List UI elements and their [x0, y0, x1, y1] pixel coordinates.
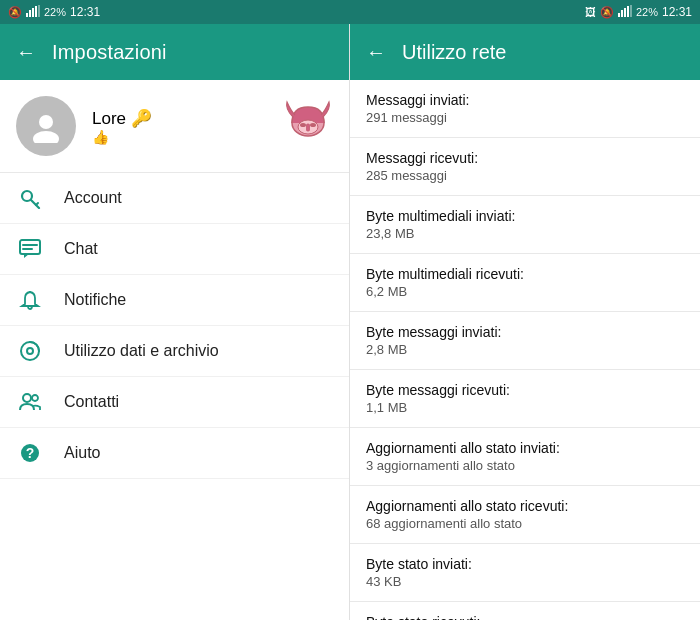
- svg-point-26: [32, 395, 38, 401]
- svg-rect-2: [32, 8, 34, 17]
- time-right: 12:31: [662, 5, 692, 19]
- notifiche-label: Notifiche: [64, 291, 126, 309]
- left-header: ← Impostazioni: [0, 24, 349, 80]
- battery-left: 22%: [44, 6, 66, 18]
- signal-icon-left: [26, 5, 40, 19]
- svg-rect-5: [618, 13, 620, 17]
- usage-value-8: 43 KB: [366, 574, 684, 589]
- status-bar-right: 🖼 🔕 22% 12:31: [350, 5, 700, 19]
- menu-item-chat[interactable]: Chat: [0, 224, 349, 275]
- menu-item-notifiche[interactable]: Notifiche: [0, 275, 349, 326]
- svg-point-11: [33, 131, 59, 143]
- settings-menu: Account Chat: [0, 173, 349, 620]
- usage-value-2: 23,8 MB: [366, 226, 684, 241]
- contatti-label: Contatti: [64, 393, 119, 411]
- aiuto-label: Aiuto: [64, 444, 100, 462]
- menu-item-account[interactable]: Account: [0, 173, 349, 224]
- avatar: [16, 96, 76, 156]
- svg-point-14: [300, 123, 306, 127]
- usage-label-3: Byte multimediali ricevuti:: [366, 266, 684, 282]
- usage-label-6: Aggiornamenti allo stato inviati:: [366, 440, 684, 456]
- status-bar: 🔕 22% 12:31 🖼 🔕 22% 12:31: [0, 0, 700, 24]
- svg-text:?: ?: [26, 445, 35, 461]
- usage-item-4: Byte messaggi inviati: 2,8 MB: [350, 312, 700, 370]
- usage-label-8: Byte stato inviati:: [366, 556, 684, 572]
- right-panel: ← Utilizzo rete Messaggi inviati: 291 me…: [350, 24, 700, 620]
- status-bar-left: 🔕 22% 12:31: [0, 5, 350, 19]
- usage-label-1: Messaggi ricevuti:: [366, 150, 684, 166]
- usage-item-5: Byte messaggi ricevuti: 1,1 MB: [350, 370, 700, 428]
- usage-list: Messaggi inviati: 291 messaggi Messaggi …: [350, 80, 700, 620]
- people-icon: [16, 391, 44, 413]
- usage-value-5: 1,1 MB: [366, 400, 684, 415]
- screenshot-icon: 🖼: [585, 6, 596, 18]
- chat-label: Chat: [64, 240, 98, 258]
- svg-point-25: [23, 394, 31, 402]
- usage-label-9: Byte stato ricevuti:: [366, 614, 684, 620]
- svg-rect-8: [627, 6, 629, 17]
- menu-item-aiuto[interactable]: ? Aiuto: [0, 428, 349, 479]
- svg-point-15: [310, 123, 316, 127]
- usage-item-1: Messaggi ricevuti: 285 messaggi: [350, 138, 700, 196]
- profile-info: Lore 🔑 👍: [92, 108, 152, 145]
- usage-label-0: Messaggi inviati:: [366, 92, 684, 108]
- left-panel: ← Impostazioni Lore 🔑 👍: [0, 24, 350, 620]
- usage-item-3: Byte multimediali ricevuti: 6,2 MB: [350, 254, 700, 312]
- usage-value-3: 6,2 MB: [366, 284, 684, 299]
- usage-value-7: 68 aggiornamenti allo stato: [366, 516, 684, 531]
- utilizzo-label: Utilizzo dati e archivio: [64, 342, 219, 360]
- profile-name: Lore 🔑: [92, 108, 152, 129]
- svg-rect-4: [38, 5, 40, 17]
- battery-right: 22%: [636, 6, 658, 18]
- svg-point-24: [27, 348, 33, 354]
- usage-label-4: Byte messaggi inviati:: [366, 324, 684, 340]
- svg-rect-20: [20, 240, 40, 254]
- content-area: ← Impostazioni Lore 🔑 👍: [0, 24, 700, 620]
- key-icon: [16, 187, 44, 209]
- account-label: Account: [64, 189, 122, 207]
- usage-item-0: Messaggi inviati: 291 messaggi: [350, 80, 700, 138]
- svg-line-19: [36, 203, 38, 205]
- mute-icon-left: 🔕: [8, 6, 22, 19]
- usage-item-9: Byte stato ricevuti:: [350, 602, 700, 620]
- left-panel-title: Impostazioni: [52, 41, 167, 64]
- usage-value-4: 2,8 MB: [366, 342, 684, 357]
- svg-rect-3: [35, 6, 37, 17]
- back-button-right[interactable]: ←: [366, 41, 386, 64]
- usage-item-8: Byte stato inviati: 43 KB: [350, 544, 700, 602]
- help-icon: ?: [16, 442, 44, 464]
- usage-label-2: Byte multimediali inviati:: [366, 208, 684, 224]
- usage-item-2: Byte multimediali inviati: 23,8 MB: [350, 196, 700, 254]
- usage-item-7: Aggiornamenti allo stato ricevuti: 68 ag…: [350, 486, 700, 544]
- right-panel-title: Utilizzo rete: [402, 41, 506, 64]
- bell-icon: [16, 289, 44, 311]
- right-header: ← Utilizzo rete: [350, 24, 700, 80]
- svg-rect-16: [307, 124, 310, 131]
- usage-value-0: 291 messaggi: [366, 110, 684, 125]
- data-icon: [16, 340, 44, 362]
- usage-item-6: Aggiornamenti allo stato inviati: 3 aggi…: [350, 428, 700, 486]
- chat-icon: [16, 238, 44, 260]
- usage-value-1: 285 messaggi: [366, 168, 684, 183]
- usage-label-7: Aggiornamenti allo stato ricevuti:: [366, 498, 684, 514]
- menu-item-utilizzo[interactable]: Utilizzo dati e archivio: [0, 326, 349, 377]
- svg-rect-1: [29, 10, 31, 17]
- usage-label-5: Byte messaggi ricevuti:: [366, 382, 684, 398]
- time-left: 12:31: [70, 5, 100, 19]
- profile-section[interactable]: Lore 🔑 👍: [0, 80, 349, 173]
- svg-rect-0: [26, 13, 28, 17]
- svg-point-10: [39, 115, 53, 129]
- svg-rect-9: [630, 5, 632, 17]
- mute-icon-right: 🔕: [600, 6, 614, 19]
- svg-rect-7: [624, 8, 626, 17]
- usage-value-6: 3 aggiornamenti allo stato: [366, 458, 684, 473]
- menu-item-contatti[interactable]: Contatti: [0, 377, 349, 428]
- back-button-left[interactable]: ←: [16, 41, 36, 64]
- viking-sticker: [283, 97, 333, 156]
- svg-rect-6: [621, 10, 623, 17]
- profile-status: 👍: [92, 129, 152, 145]
- signal-icon-right: [618, 5, 632, 19]
